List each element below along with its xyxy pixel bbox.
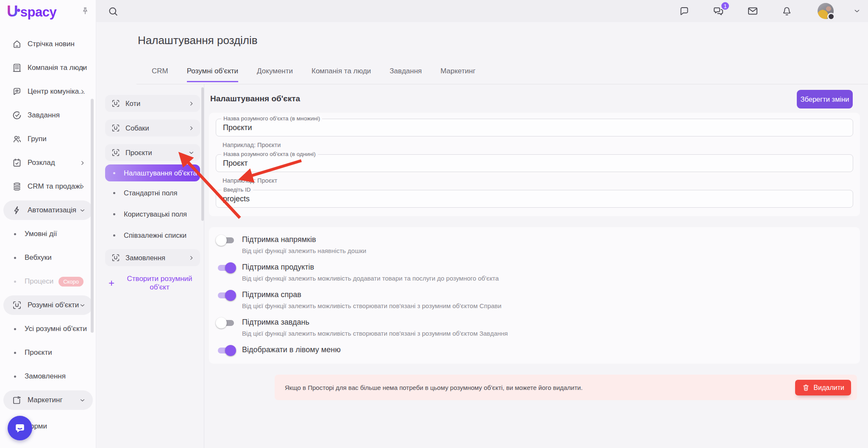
sidebar-item-newsfeed[interactable]: Стрічка новин <box>3 34 93 54</box>
objects-nav-scrollbar[interactable] <box>201 87 204 221</box>
comment-icon <box>679 6 690 17</box>
marketing-icon <box>12 395 22 405</box>
sidebar-item-label: Компанія та люди <box>28 64 87 72</box>
profile-menu-button[interactable] <box>853 7 861 15</box>
smart-object-icon <box>111 99 120 108</box>
object-id-field: Введіть ID <box>216 190 853 208</box>
sidebar-item-all-smart-objects[interactable]: Усі розумні об'єкти <box>3 319 93 339</box>
sidebar-item-label: Розумні об'єкти <box>28 301 79 309</box>
tab-company[interactable]: Компанія та люди <box>312 67 371 82</box>
tab-crm[interactable]: CRM <box>152 67 168 82</box>
bullet-icon <box>14 233 16 235</box>
sidebar-item-schedule[interactable]: Розклад <box>3 153 93 173</box>
create-smart-object-label: Створити розумний об'єкт <box>119 275 200 292</box>
singular-name-input[interactable] <box>223 155 846 172</box>
tab-marketing[interactable]: Маркетинг <box>440 67 476 82</box>
chevron-down-icon <box>79 302 86 309</box>
messenger-button[interactable]: 1 <box>712 5 724 17</box>
chevron-down-icon <box>188 149 195 156</box>
sidebar-item-conditional-actions[interactable]: Умовні дії <box>3 224 93 244</box>
chevron-right-icon <box>79 64 86 72</box>
sidebar-item-marketing[interactable]: Маркетинг <box>3 390 93 410</box>
toggle-knob <box>216 317 227 328</box>
tab-documents[interactable]: Документи <box>257 67 293 82</box>
toggle-row-products: Підтримка продуктів Від цієї функції зал… <box>216 262 853 282</box>
comments-button[interactable] <box>679 6 690 17</box>
sidebar-item-label: Вебхуки <box>25 253 52 262</box>
sidebar-item-communications[interactable]: Центр комуніка... <box>3 82 93 101</box>
object-subitem-label: Стандартні поля <box>124 189 177 197</box>
sidebar-item-webhooks[interactable]: Вебхуки <box>3 248 93 267</box>
object-subitem-label: Налаштування об'єкта <box>124 169 197 177</box>
plural-name-helper: Наприклад: Проєкти <box>223 142 281 148</box>
save-button[interactable]: Зберегти зміни <box>797 90 853 109</box>
object-item-orders[interactable]: Замовлення <box>105 249 200 266</box>
sidebar-scrollbar[interactable] <box>91 99 94 333</box>
sidebar-item-tasks[interactable]: Завдання <box>3 106 93 125</box>
tasks-toggle[interactable] <box>216 317 236 329</box>
toggle-label: Підтримка завдань <box>242 318 508 327</box>
object-subitem-standard-fields[interactable]: Стандартні поля <box>105 182 200 203</box>
mail-button[interactable] <box>747 5 759 17</box>
bullet-icon <box>14 328 16 330</box>
sidebar-item-orders[interactable]: Замовлення <box>3 367 93 386</box>
tab-smart-objects[interactable]: Розумні об'єкти <box>187 67 238 82</box>
avatar[interactable] <box>818 3 834 19</box>
search-icon <box>107 6 119 17</box>
smart-object-icon <box>111 148 120 157</box>
create-smart-object-button[interactable]: + Створити розумний об'єкт <box>105 275 200 292</box>
directions-toggle[interactable] <box>216 234 236 247</box>
notifications-button[interactable] <box>781 6 793 17</box>
bullet-icon <box>113 172 115 174</box>
toggle-knob <box>225 345 236 356</box>
object-name-fields-card: Назва розумного об'єкта (в множині) Напр… <box>209 113 860 216</box>
search-button[interactable] <box>107 5 120 18</box>
sidebar-item-label: Завдання <box>28 111 60 120</box>
activities-toggle[interactable] <box>216 289 236 302</box>
app-logo[interactable]: U•spacy <box>7 3 56 20</box>
object-subitem-label: Користувацькі поля <box>124 210 187 218</box>
plus-icon: + <box>108 278 114 288</box>
sidebar-item-groups[interactable]: Групи <box>3 129 93 149</box>
communications-icon <box>12 86 22 97</box>
object-id-input[interactable] <box>223 190 846 207</box>
pin-sidebar-button[interactable] <box>80 6 91 17</box>
object-item-dogs[interactable]: Собаки <box>105 120 200 136</box>
mail-icon <box>747 5 759 17</box>
plural-name-input[interactable] <box>223 119 846 136</box>
toggle-description: Від цієї функції залежить наявність дошк… <box>242 247 366 254</box>
bullet-icon <box>14 352 16 354</box>
chevron-down-icon <box>79 397 86 404</box>
left-menu-toggle[interactable] <box>216 344 236 357</box>
sidebar-item-projects[interactable]: Проєкти <box>3 343 93 362</box>
toggle-label: Підтримка справ <box>242 290 501 299</box>
home-icon <box>12 39 22 49</box>
section-tabs: CRM Розумні об'єкти Документи Компанія т… <box>152 67 476 82</box>
delete-button[interactable]: Видалити <box>795 380 851 395</box>
toggle-description: Від цієї функції залежить можливість ств… <box>242 330 508 337</box>
plural-name-field: Назва розумного об'єкта (в множині) <box>216 119 853 136</box>
object-subitem-custom-fields[interactable]: Користувацькі поля <box>105 203 200 225</box>
products-toggle[interactable] <box>216 262 236 274</box>
smart-objects-icon <box>12 300 22 310</box>
sidebar-item-automation[interactable]: Автоматизація <box>3 200 93 220</box>
sidebar-item-crm[interactable]: CRM та продажі <box>3 177 93 196</box>
toggle-description: Від цієї функції залежить можливість ств… <box>242 302 501 309</box>
support-chat-button[interactable] <box>8 416 32 440</box>
sidebar-item-company[interactable]: Компанія та люди <box>3 58 93 78</box>
object-subitem-object-settings[interactable]: Налаштування об'єкта <box>105 164 200 181</box>
delete-button-label: Видалити <box>814 384 844 392</box>
tab-tasks[interactable]: Завдання <box>389 67 422 82</box>
chat-bubble-icon <box>14 422 26 434</box>
sidebar-item-smart-objects[interactable]: Розумні об'єкти <box>3 295 93 315</box>
sidebar-item-label: Замовлення <box>25 372 66 381</box>
sidebar-item-processes: Процеси Скоро <box>3 272 93 291</box>
object-item-cats[interactable]: Коти <box>105 95 200 112</box>
object-item-projects[interactable]: Проєкти <box>105 144 200 161</box>
bullet-icon <box>14 281 16 283</box>
toggle-label: Відображати в лівому меню <box>242 345 341 354</box>
object-subitem-dependent-lists[interactable]: Співзалежні списки <box>105 225 200 246</box>
toggle-row-activities: Підтримка справ Від цієї функції залежит… <box>216 289 853 309</box>
singular-name-field: Назва розумного об'єкта (в однині) <box>216 154 853 172</box>
chevron-down-icon <box>79 207 86 214</box>
